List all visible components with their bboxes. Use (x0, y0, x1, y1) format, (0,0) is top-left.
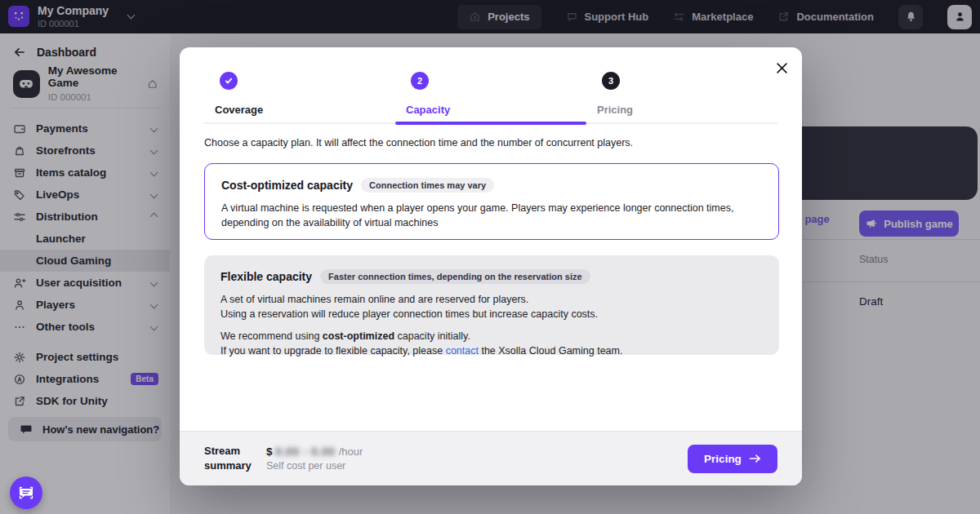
recommendation-text: We recommend using (220, 330, 323, 342)
contact-link[interactable]: contact (446, 345, 479, 357)
plan-desc-line: A set of virtual machines remain online … (220, 294, 528, 305)
step-number-circle: 3 (602, 72, 620, 90)
price-block: $ 0.00 - 0.00 /hour Self cost per user (266, 445, 363, 472)
plan-description: A set of virtual machines remain online … (220, 292, 763, 359)
recommendation-text: capacity initially. (394, 330, 470, 342)
chat-widget-icon (18, 485, 34, 500)
plan-badge: Faster connection times, depending on th… (320, 269, 590, 284)
upgrade-text: If you want to upgrade to flexible capac… (220, 345, 446, 357)
modal-footer: Stream summary $ 0.00 - 0.00 /hour Self … (180, 431, 802, 485)
currency-symbol: $ (266, 445, 273, 458)
step-capacity[interactable]: 2 Capacity (395, 72, 586, 116)
plan-card-flexible[interactable]: Flexible capacity Faster connection time… (204, 255, 779, 355)
stepper-track (204, 122, 777, 124)
plan-badge: Connection times may vary (361, 178, 494, 193)
step-complete-circle (220, 72, 238, 90)
step-coverage[interactable]: Coverage (204, 72, 395, 116)
step-pricing[interactable]: 3 Pricing (586, 72, 777, 116)
recommendation-bold: cost-optimized (323, 330, 394, 342)
arrow-right-icon (749, 454, 761, 463)
self-cost-label: Self cost per user (266, 460, 363, 472)
plan-desc-line: Using a reservation will reduce player c… (220, 308, 598, 320)
plan-card-cost-optimized[interactable]: Cost-optimized capacity Connection times… (204, 163, 779, 240)
check-icon (224, 76, 234, 86)
step-label: Coverage (215, 104, 395, 116)
stream-summary-label: Stream summary (204, 444, 258, 473)
stepper-active-indicator (395, 122, 586, 125)
capacity-intro-text: Choose a capacity plan. It will affect t… (204, 137, 777, 148)
capacity-wizard-modal: Coverage 2 Capacity 3 Pricing Choose a c… (180, 47, 802, 485)
step-number-circle: 2 (411, 72, 429, 90)
support-chat-fab[interactable] (10, 476, 42, 509)
step-label: Capacity (406, 104, 586, 116)
plan-title: Flexible capacity (220, 270, 312, 283)
pricing-next-button[interactable]: Pricing (688, 445, 777, 473)
upgrade-text: the Xsolla Cloud Gaming team. (479, 345, 622, 357)
price-range-redacted: 0.00 - 0.00 (276, 445, 336, 458)
step-label: Pricing (597, 104, 777, 116)
per-hour-label: /hour (339, 445, 363, 458)
plan-description: A virtual machine is requested when a pl… (221, 201, 762, 230)
pricing-button-label: Pricing (704, 453, 742, 465)
wizard-stepper: Coverage 2 Capacity 3 Pricing (204, 72, 777, 116)
plan-title: Cost-optimized capacity (221, 179, 353, 192)
